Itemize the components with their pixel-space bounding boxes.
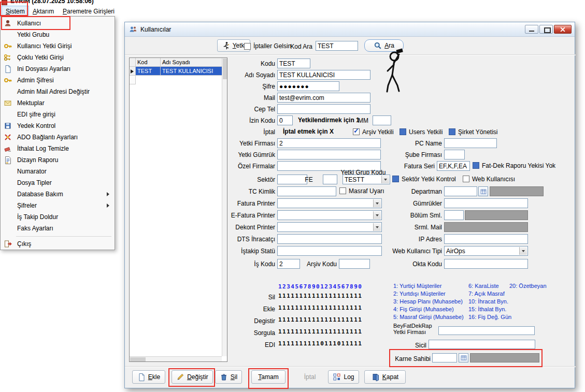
departman-input[interactable] xyxy=(444,186,477,196)
departman-browse-button[interactable] xyxy=(478,186,488,196)
dekont-printer-combobox[interactable] xyxy=(277,222,382,232)
chevron-down-icon[interactable] xyxy=(373,211,381,219)
menu-item-yetki-grubu[interactable]: Yetki Grubu xyxy=(1,29,114,40)
menu-item-ini-dosyasi-ayarlari[interactable]: Ini Dosyası Ayarları xyxy=(1,63,114,75)
srml-mail-label: Srml. Mail xyxy=(384,223,442,232)
adi-soyadi-input[interactable] xyxy=(277,70,370,80)
log-button[interactable]: Log xyxy=(328,370,359,384)
sil-button[interactable]: Sil xyxy=(215,370,242,384)
yetki-gumruk-input[interactable] xyxy=(277,150,381,159)
tc-kimlik-input[interactable] xyxy=(277,186,336,196)
menu-item-database-bakim[interactable]: Database Bakım xyxy=(1,188,114,200)
arsiv-yetkili-checkbox[interactable] xyxy=(353,128,360,135)
menu-item-sifreler[interactable]: Şifreler xyxy=(1,200,114,211)
arsiv-kodu-input[interactable] xyxy=(339,259,370,269)
menu-item-ado-baglanti-ayarlari[interactable]: ADO Bağlantı Ayarları xyxy=(1,132,114,143)
menu-item-kullanici[interactable]: Kullanıcı xyxy=(1,18,114,29)
grid-header-kod[interactable]: Kod xyxy=(136,58,161,67)
table-row-kod[interactable]: TEST xyxy=(136,67,161,76)
sektor-yetki-kontrol-checkbox[interactable] xyxy=(392,176,399,182)
bolum-sml-input[interactable] xyxy=(444,210,464,220)
cep-tel-input[interactable] xyxy=(277,104,370,114)
ekle-button[interactable]: Ekle xyxy=(132,370,165,384)
maximize-button[interactable] xyxy=(539,25,553,34)
sektor-label: Sektör xyxy=(208,175,275,184)
menu-item-is-takip-doldur[interactable]: İş Takip Doldur xyxy=(1,211,114,223)
istakip-statu-input[interactable] xyxy=(277,246,382,256)
fatdek-checkbox[interactable] xyxy=(473,162,479,169)
izin-kodu-input[interactable] xyxy=(277,115,293,125)
sifre-input[interactable] xyxy=(277,81,339,91)
gumrukler-input[interactable] xyxy=(444,198,528,208)
yetki-firmasi-input[interactable] xyxy=(277,138,381,148)
menu-item-dizayn-raporu[interactable]: Dizayn Raporu xyxy=(1,154,114,166)
sube-firmasi-input[interactable] xyxy=(444,150,465,159)
efatura-printer-combobox[interactable] xyxy=(277,210,382,220)
menu-item-admin-mail-adresi-degistir[interactable]: Admin Mail Adresi Değiştir xyxy=(1,86,114,97)
permission-row-ekle-value[interactable]: 11111111111111111111 xyxy=(278,304,362,311)
menu-item-yedek-kontrol[interactable]: Yedek Kontrol xyxy=(1,120,114,132)
permission-row-edi-value[interactable]: 11111111110111011111 xyxy=(278,340,362,347)
menu-item-kullanici-yetki-girisi[interactable]: Kullanıcı Yetki Girişi xyxy=(1,40,114,52)
menu-item-dosya-tipler[interactable]: Dosya Tipler xyxy=(1,177,114,188)
iptal-button[interactable]: İptal xyxy=(295,370,325,384)
menu-item-faks-ayarlari[interactable]: Faks Ayarları xyxy=(1,223,114,234)
menu-item-mektuplar[interactable]: Mektuplar xyxy=(1,97,114,109)
web-kullanicisi-checkbox[interactable] xyxy=(463,176,469,182)
menu-item-coklu-yetki-girisi[interactable]: Çoklu Yetki Girişi xyxy=(1,52,114,63)
masraf-uyari-checkbox[interactable] xyxy=(339,187,346,194)
web-kullanici-tipi-combobox[interactable]: AirOps xyxy=(444,246,528,256)
menu-item-label: Dosya Tipler xyxy=(17,177,52,188)
degistir-button[interactable]: Değiştir xyxy=(172,370,213,384)
okta-kodu-input[interactable] xyxy=(444,259,528,269)
kodu-input[interactable] xyxy=(277,59,310,68)
close-button[interactable] xyxy=(554,25,572,34)
tamam-button[interactable]: Tamam xyxy=(251,370,286,384)
mail-input[interactable] xyxy=(277,93,370,103)
mm-input[interactable] xyxy=(373,115,391,125)
kapat-button[interactable]: Kapat xyxy=(364,370,406,384)
pc-name-input[interactable] xyxy=(444,138,497,148)
permission-row-degistir-value[interactable]: 11111111111111111111 xyxy=(278,316,362,323)
menu-item-cikis[interactable]: Çıkış xyxy=(1,238,114,250)
permission-row-sil-value[interactable]: 11111111111111111111 xyxy=(278,293,362,299)
yetki-grup-kodu-combobox[interactable]: TESTT xyxy=(343,175,390,184)
menubar-item-parametre-girisleri[interactable]: Paremetre Girişleri xyxy=(59,6,118,17)
dts-ihracatci-input[interactable] xyxy=(277,234,382,244)
list-horizontal-scrollbar[interactable] xyxy=(130,356,222,361)
fatura-printer-label: Fatura Printer xyxy=(208,199,275,208)
menu-item-edi-sifre-girisi[interactable]: EDI şifre girişi xyxy=(1,109,114,120)
sicil-input[interactable] xyxy=(429,340,535,349)
chevron-down-icon[interactable] xyxy=(519,247,527,255)
beyfatdekrap-input[interactable] xyxy=(438,326,535,335)
scrollbar-thumb[interactable] xyxy=(130,357,146,361)
menu-item-numarator[interactable]: Numarator xyxy=(1,166,114,177)
users-yetkili-label: Users Yetkili xyxy=(409,128,443,136)
menu-item-label: Database Bakım xyxy=(17,188,63,200)
fe-label: FE xyxy=(301,175,317,184)
fatura-printer-combobox[interactable] xyxy=(277,198,382,208)
menu-item-admin-sifresi[interactable]: Admin Şifresi xyxy=(1,75,114,86)
chevron-down-icon[interactable] xyxy=(381,176,389,183)
fatura-seri-input[interactable] xyxy=(437,161,470,171)
menubar-item-sistem[interactable]: Sistem xyxy=(2,6,28,17)
fe-input[interactable] xyxy=(323,175,337,184)
srml-mail-readonly-field xyxy=(444,222,528,232)
iptaller-gelsin-checkbox[interactable] xyxy=(244,43,251,50)
ip-adres-input[interactable] xyxy=(444,234,528,244)
is-kodu-input[interactable] xyxy=(277,259,300,269)
chevron-down-icon[interactable] xyxy=(373,199,381,207)
efatura-printer-label: E-Fatura Printer xyxy=(208,211,275,220)
kod-ara-input[interactable] xyxy=(316,41,358,51)
karne-sahibi-input[interactable] xyxy=(432,353,457,362)
permission-row-sorgula-value[interactable]: 11111111111111111111 xyxy=(278,328,362,335)
menu-item-ithalat-log-temizle[interactable]: İthalat Log Temizle xyxy=(1,143,114,154)
chevron-down-icon[interactable] xyxy=(373,223,381,231)
menubar-item-aktarim[interactable]: Aktarım xyxy=(29,6,58,17)
menu-item-label: Dizayn Raporu xyxy=(17,154,58,166)
minimize-button[interactable] xyxy=(525,25,538,34)
users-yetkili-checkbox[interactable] xyxy=(399,128,406,135)
sirket-yonetisi-checkbox[interactable] xyxy=(449,128,455,135)
dialog-titlebar[interactable]: Kullanıcılar xyxy=(125,22,575,37)
karne-sahibi-browse-button[interactable] xyxy=(459,353,468,362)
